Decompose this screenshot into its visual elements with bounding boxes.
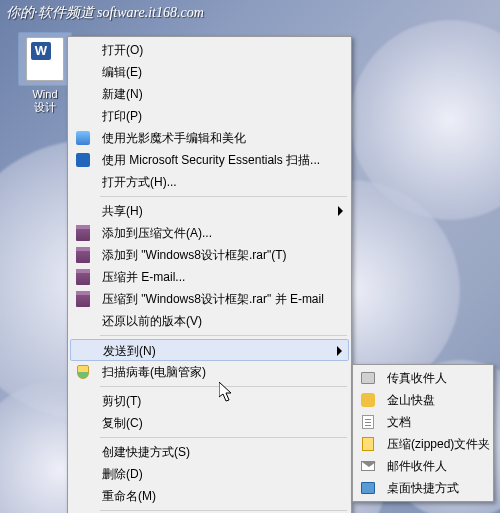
rar-icon xyxy=(74,268,92,286)
send-to-submenu: 传真收件人 金山快盘 文档 压缩(zipped)文件夹 邮件收件人 桌面快捷方式 xyxy=(352,364,494,502)
document-icon xyxy=(359,413,377,431)
submenu-item-fax[interactable]: 传真收件人 xyxy=(355,367,491,389)
submenu-arrow-icon xyxy=(337,346,342,356)
menu-item-create-shortcut[interactable]: 创建快捷方式(S) xyxy=(70,441,349,463)
rar-icon xyxy=(74,224,92,242)
menu-separator xyxy=(100,510,347,511)
menu-item-add-archive[interactable]: 添加到压缩文件(A)... xyxy=(70,222,349,244)
photo-icon xyxy=(74,129,92,147)
desktop-icon xyxy=(359,479,377,497)
shield-icon xyxy=(74,363,92,381)
menu-separator xyxy=(100,437,347,438)
menu-item-add-to-rar[interactable]: 添加到 "Windows8设计框架.rar"(T) xyxy=(70,244,349,266)
kuaipan-icon xyxy=(359,391,377,409)
menu-item-open[interactable]: 打开(O) xyxy=(70,39,349,61)
menu-item-print[interactable]: 打印(P) xyxy=(70,105,349,127)
menu-item-compress-to-rar-email[interactable]: 压缩到 "Windows8设计框架.rar" 并 E-mail xyxy=(70,288,349,310)
menu-separator xyxy=(100,196,347,197)
menu-item-open-with[interactable]: 打开方式(H)... xyxy=(70,171,349,193)
menu-item-copy[interactable]: 复制(C) xyxy=(70,412,349,434)
mse-icon xyxy=(74,151,92,169)
menu-item-share[interactable]: 共享(H) xyxy=(70,200,349,222)
menu-item-send-to[interactable]: 发送到(N) xyxy=(70,339,349,361)
fax-icon xyxy=(359,369,377,387)
context-menu: 打开(O) 编辑(E) 新建(N) 打印(P) 使用光影魔术手编辑和美化 使用 … xyxy=(67,36,352,513)
menu-item-scan-virus[interactable]: 扫描病毒(电脑管家) xyxy=(70,361,349,383)
rar-icon xyxy=(74,290,92,308)
desktop-file-label: Wind设计 xyxy=(18,88,72,114)
desktop-file-icon[interactable]: Wind设计 xyxy=(18,32,72,114)
menu-item-edit[interactable]: 编辑(E) xyxy=(70,61,349,83)
submenu-item-zipped[interactable]: 压缩(zipped)文件夹 xyxy=(355,433,491,455)
submenu-arrow-icon xyxy=(338,206,343,216)
menu-item-mse-scan[interactable]: 使用 Microsoft Security Essentials 扫描... xyxy=(70,149,349,171)
submenu-item-documents[interactable]: 文档 xyxy=(355,411,491,433)
rar-icon xyxy=(74,246,92,264)
menu-separator xyxy=(100,386,347,387)
submenu-item-mail[interactable]: 邮件收件人 xyxy=(355,455,491,477)
menu-item-compress-email[interactable]: 压缩并 E-mail... xyxy=(70,266,349,288)
mail-icon xyxy=(359,457,377,475)
menu-item-delete[interactable]: 删除(D) xyxy=(70,463,349,485)
word-document-icon xyxy=(18,32,72,86)
zip-icon xyxy=(359,435,377,453)
menu-item-restore-previous[interactable]: 还原以前的版本(V) xyxy=(70,310,349,332)
menu-item-new[interactable]: 新建(N) xyxy=(70,83,349,105)
menu-item-rename[interactable]: 重命名(M) xyxy=(70,485,349,507)
submenu-item-desktop-shortcut[interactable]: 桌面快捷方式 xyxy=(355,477,491,499)
menu-item-cut[interactable]: 剪切(T) xyxy=(70,390,349,412)
watermark-text: 你的·软件频道 software.it168.com xyxy=(6,4,204,22)
menu-item-photo-edit[interactable]: 使用光影魔术手编辑和美化 xyxy=(70,127,349,149)
submenu-item-kuaipan[interactable]: 金山快盘 xyxy=(355,389,491,411)
menu-separator xyxy=(100,335,347,336)
